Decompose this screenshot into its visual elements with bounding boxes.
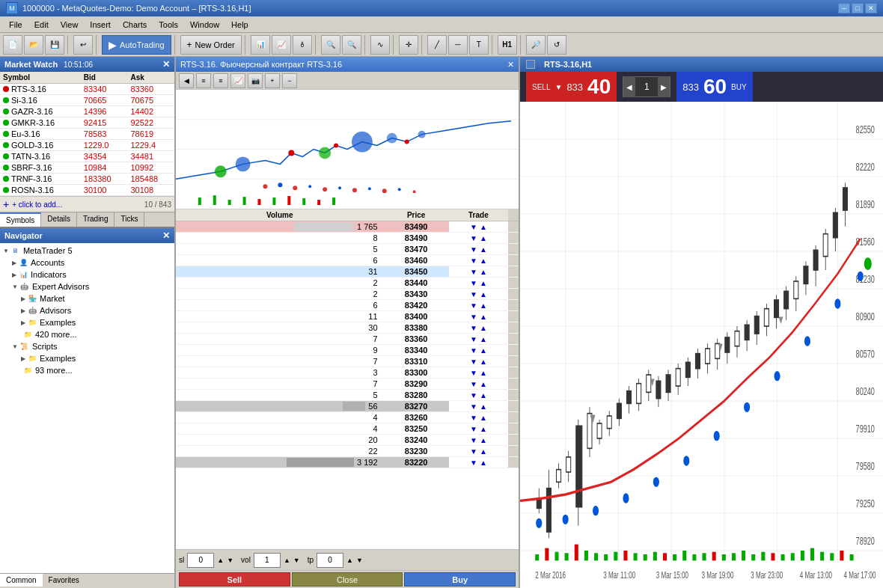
- market-watch-row[interactable]: ROSN-3.16 30100 30108: [0, 185, 174, 196]
- close-button[interactable]: ✕: [865, 3, 877, 13]
- market-watch-row[interactable]: RTS-3.16 83340 83360: [0, 84, 174, 95]
- market-watch-footer[interactable]: + + click to add... 10 / 843: [0, 196, 174, 212]
- order-book-row[interactable]: 1 765 83490 ▼ ▲: [176, 221, 519, 233]
- tp-up[interactable]: ▲: [346, 557, 353, 564]
- order-book-row[interactable]: 20 83240 ▼ ▲: [176, 435, 519, 446]
- toolbar-open-btn[interactable]: 📂: [24, 35, 43, 55]
- order-book-row[interactable]: 8 83490 ▼ ▲: [176, 233, 519, 244]
- ob-toolbar-zoom-in[interactable]: +: [265, 73, 280, 88]
- nav-item-more-scripts[interactable]: 📁 93 more...: [3, 364, 171, 376]
- order-book-row[interactable]: 5 83470 ▼ ▲: [176, 244, 519, 255]
- order-book-row[interactable]: 11 83400 ▼ ▲: [176, 311, 519, 322]
- toolbar-save-btn[interactable]: 💾: [45, 35, 64, 55]
- order-book-row[interactable]: 7 83360 ▼ ▲: [176, 334, 519, 345]
- sell-panel[interactable]: SELL ▼ 833 40: [526, 72, 617, 102]
- qty-up[interactable]: ▶: [658, 76, 670, 97]
- toolbar-refresh[interactable]: ↺: [547, 35, 566, 55]
- sell-button[interactable]: Sell: [179, 572, 290, 587]
- market-watch-row[interactable]: TATN-3.16 34354 34481: [0, 151, 174, 162]
- toolbar-crosshair[interactable]: ✛: [399, 35, 418, 55]
- nav-item-advisors[interactable]: ▶ 🤖 Advisors: [3, 304, 171, 316]
- market-watch-row[interactable]: GMKR-3.16 92415 92522: [0, 117, 174, 129]
- menu-window[interactable]: Window: [184, 16, 225, 33]
- mw-tab-ticks[interactable]: Ticks: [114, 212, 144, 227]
- ob-toolbar-btn3[interactable]: ≡: [213, 73, 228, 88]
- market-watch-close-icon[interactable]: ✕: [162, 59, 170, 70]
- toolbar-chart-bar[interactable]: 📊: [251, 35, 270, 55]
- nav-item-accounts[interactable]: ▶ 👤 Accounts: [3, 257, 171, 269]
- market-watch-row[interactable]: GAZR-3.16 14396 14402: [0, 106, 174, 117]
- autotrading-button[interactable]: ▶ AutoTrading: [102, 35, 171, 55]
- order-book-row[interactable]: 7 83290 ▼ ▲: [176, 379, 519, 390]
- market-watch-row[interactable]: Eu-3.16 78583 78619: [0, 129, 174, 140]
- mw-tab-trading[interactable]: Trading: [77, 212, 115, 227]
- toolbar-undo-btn[interactable]: ↩: [73, 35, 93, 55]
- toolbar-zoom-in[interactable]: 🔍: [321, 35, 340, 55]
- market-watch-row[interactable]: GOLD-3.16 1229.0 1229.4: [0, 140, 174, 151]
- toolbar-line[interactable]: ╱: [427, 35, 447, 55]
- nav-item-mt5[interactable]: ▼ 🖥 MetaTrader 5: [3, 245, 171, 257]
- ob-toolbar-btn1[interactable]: ◀: [179, 73, 194, 88]
- main-chart-area[interactable]: 82550 82220 81890 81560 81230 80900 8057…: [520, 102, 883, 588]
- maximize-button[interactable]: □: [852, 3, 864, 13]
- order-book-row[interactable]: 3 192 83220 ▼ ▲: [176, 457, 519, 468]
- toolbar-indicators[interactable]: ∿: [370, 35, 390, 55]
- nav-item-examples-scripts[interactable]: ▶ 📁 Examples: [3, 352, 171, 364]
- toolbar-new-btn[interactable]: 📄: [3, 35, 22, 55]
- neworder-button[interactable]: + New Order: [180, 35, 242, 55]
- sl-up[interactable]: ▲: [217, 557, 224, 564]
- menu-tools[interactable]: Tools: [153, 16, 184, 33]
- qty-down[interactable]: ◀: [623, 76, 635, 97]
- nav-item-market[interactable]: ▶ 🏪 Market: [3, 293, 171, 304]
- nav-item-scripts[interactable]: ▼ 📜 Scripts: [3, 340, 171, 352]
- nav-item-more-ea[interactable]: 📁 420 more...: [3, 328, 171, 340]
- ob-toolbar-btn4[interactable]: 📈: [230, 73, 245, 88]
- market-watch-row[interactable]: Si-3.16 70665 70675: [0, 95, 174, 106]
- ob-toolbar-btn5[interactable]: 📷: [248, 73, 263, 88]
- mw-tab-details[interactable]: Details: [41, 212, 77, 227]
- menu-view[interactable]: View: [55, 16, 85, 33]
- menu-file[interactable]: File: [3, 16, 28, 33]
- order-book-row[interactable]: 4 83260 ▼ ▲: [176, 412, 519, 423]
- order-book-row[interactable]: 6 83420 ▼ ▲: [176, 300, 519, 311]
- nav-item-indicators[interactable]: ▶ 📊 Indicators: [3, 269, 171, 281]
- toolbar-search[interactable]: 🔎: [526, 35, 546, 55]
- nav-item-expert-advisors[interactable]: ▼ 🤖 Expert Advisors: [3, 281, 171, 293]
- order-book-row[interactable]: 30 83380 ▼ ▲: [176, 322, 519, 334]
- order-book-row[interactable]: 2 83440 ▼ ▲: [176, 278, 519, 289]
- mw-tab-symbols[interactable]: Symbols: [0, 212, 41, 227]
- toolbar-chart-line[interactable]: 📈: [272, 35, 291, 55]
- order-book-row[interactable]: 4 83250 ▼ ▲: [176, 423, 519, 435]
- order-book-row[interactable]: 3 83300 ▼ ▲: [176, 367, 519, 379]
- orderbook-close-icon[interactable]: ✕: [507, 60, 514, 70]
- nav-item-examples-ea[interactable]: ▶ 📁 Examples: [3, 316, 171, 328]
- sl-down[interactable]: ▼: [227, 557, 233, 564]
- nav-tab-favorites[interactable]: Favorites: [43, 574, 85, 587]
- toolbar-hline[interactable]: ─: [448, 35, 468, 55]
- close-button[interactable]: Close: [292, 572, 403, 587]
- order-book-row[interactable]: 5 83280 ▼ ▲: [176, 390, 519, 401]
- qty-input[interactable]: [635, 82, 658, 92]
- buy-button[interactable]: Buy: [404, 572, 516, 587]
- minimize-button[interactable]: ─: [838, 3, 850, 13]
- buy-panel[interactable]: 833 60 BUY: [676, 72, 752, 102]
- market-watch-row[interactable]: SBRF-3.16 10984 10992: [0, 162, 174, 174]
- menu-help[interactable]: Help: [225, 16, 254, 33]
- toolbar-chart-candle[interactable]: 🕯: [293, 35, 312, 55]
- vol-up[interactable]: ▲: [284, 557, 290, 564]
- toolbar-text[interactable]: T: [469, 35, 489, 55]
- market-watch-row[interactable]: TRNF-3.16 183380 185488: [0, 174, 174, 185]
- navigator-close-icon[interactable]: ✕: [162, 230, 170, 241]
- ob-toolbar-btn2[interactable]: ≡: [196, 73, 211, 88]
- toolbar-period-h1[interactable]: H1: [498, 35, 517, 55]
- ob-toolbar-zoom-out[interactable]: −: [282, 73, 297, 88]
- vol-down[interactable]: ▼: [293, 557, 300, 564]
- menu-edit[interactable]: Edit: [28, 16, 55, 33]
- menu-charts[interactable]: Charts: [117, 16, 153, 33]
- nav-tab-common[interactable]: Common: [0, 574, 43, 587]
- order-book-row[interactable]: 7 83310 ▼ ▲: [176, 356, 519, 367]
- tp-input[interactable]: [317, 553, 343, 568]
- sl-input[interactable]: [187, 553, 214, 568]
- order-book-row[interactable]: 6 83460 ▼ ▲: [176, 255, 519, 266]
- order-book-row[interactable]: 2 83430 ▼ ▲: [176, 289, 519, 300]
